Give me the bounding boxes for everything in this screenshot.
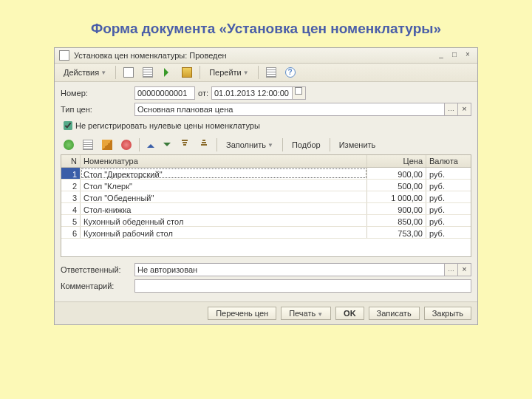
responsible-picker-icon[interactable]: … <box>445 263 458 276</box>
change-button[interactable]: Изменить <box>335 139 381 151</box>
table-row[interactable]: 6Кухонный рабочий стол753,00руб. <box>61 227 471 239</box>
page-title: Форма документа «Установка цен номенклат… <box>0 0 532 47</box>
cell-cur: руб. <box>426 227 471 238</box>
move-down-icon[interactable] <box>160 139 174 151</box>
window-title: Установка цен номенклатуры: Проведен <box>74 51 227 60</box>
form-body: Номер: 00000000001 от: 01.01.2013 12:00:… <box>55 82 477 301</box>
cell-n: 3 <box>61 191 81 202</box>
price-type-clear-icon[interactable]: × <box>458 103 471 116</box>
col-price-header[interactable]: Цена <box>367 155 426 167</box>
print-button[interactable]: Печать▼ <box>281 307 331 320</box>
table-empty-space <box>61 239 471 256</box>
col-n-header[interactable]: N <box>61 155 81 167</box>
cell-name: Кухонный рабочий стол <box>81 227 367 238</box>
from-label: от: <box>198 89 208 98</box>
move-up-icon[interactable] <box>144 139 157 151</box>
cell-name: Стол-книжка <box>81 203 367 214</box>
comment-input[interactable] <box>134 279 471 293</box>
maximize-button[interactable]: □ <box>449 51 460 60</box>
cell-name: Стол "Обеденный" <box>81 191 367 202</box>
number-label: Номер: <box>61 89 134 98</box>
cell-price: 753,00 <box>367 227 426 238</box>
cell-name: Стол "Директорский" <box>81 168 367 179</box>
document-window: Установка цен номенклатуры: Проведен _ □… <box>54 47 478 325</box>
close-button[interactable]: Закрыть <box>424 307 471 320</box>
no-zero-checkbox[interactable] <box>64 121 72 130</box>
select-button[interactable]: Подбор <box>287 139 325 151</box>
cell-cur: руб. <box>426 215 471 226</box>
save-button[interactable]: Записать <box>369 307 420 320</box>
cell-n: 1 <box>61 168 81 179</box>
toolbar-book-icon[interactable] <box>179 66 195 79</box>
toolbar-help-icon[interactable]: ? <box>282 66 299 79</box>
sort-desc-icon[interactable] <box>196 138 212 151</box>
main-toolbar: Действия▼ Перейти▼ ? <box>55 64 477 82</box>
add-row-icon[interactable] <box>61 138 77 151</box>
cell-n: 6 <box>61 227 81 238</box>
col-name-header[interactable]: Номенклатура <box>81 155 367 167</box>
edit-row-icon[interactable] <box>99 138 115 151</box>
responsible-label: Ответственный: <box>61 265 134 274</box>
responsible-input[interactable]: Не авторизован <box>134 263 445 276</box>
ok-button[interactable]: OK <box>335 307 364 320</box>
col-cur-header[interactable]: Валюта <box>426 155 471 167</box>
table-row[interactable]: 5Кухонный обеденный стол850,00руб. <box>61 215 471 227</box>
delete-row-icon[interactable] <box>118 138 134 151</box>
document-icon <box>59 50 69 61</box>
cell-price: 900,00 <box>367 203 426 214</box>
no-zero-label: Не регистрировать нулевые цены номенклат… <box>75 121 260 130</box>
table-header: N Номенклатура Цена Валюта <box>61 155 471 168</box>
toolbar-report-icon[interactable] <box>263 66 279 79</box>
actions-menu[interactable]: Действия▼ <box>59 66 111 78</box>
cell-cur: руб. <box>426 203 471 214</box>
sort-asc-icon[interactable] <box>177 138 193 151</box>
cell-name: Стол "Клерк" <box>81 180 367 191</box>
toolbar-new-icon[interactable] <box>120 66 137 79</box>
date-input[interactable]: 01.01.2013 12:00:00 <box>211 86 293 100</box>
cell-cur: руб. <box>426 168 471 179</box>
cell-price: 850,00 <box>367 215 426 226</box>
copy-row-icon[interactable] <box>80 138 96 151</box>
price-type-input[interactable]: Основная плановая цена <box>134 103 445 116</box>
cell-n: 5 <box>61 215 81 226</box>
titlebar: Установка цен номенклатуры: Проведен _ □… <box>55 48 477 64</box>
cell-cur: руб. <box>426 180 471 191</box>
cell-n: 2 <box>61 180 81 191</box>
table-row[interactable]: 3Стол "Обеденный"1 000,00руб. <box>61 191 471 203</box>
cell-price: 900,00 <box>367 168 426 179</box>
cell-price: 1 000,00 <box>367 191 426 202</box>
minimize-button[interactable]: _ <box>436 51 446 60</box>
cell-n: 4 <box>61 203 81 214</box>
number-input[interactable]: 00000000001 <box>134 86 195 100</box>
table-toolbar: Заполнить▼ Подбор Изменить <box>61 135 471 154</box>
items-table: N Номенклатура Цена Валюта 1Стол "Директ… <box>61 154 471 257</box>
price-type-label: Тип цен: <box>61 105 134 114</box>
footer-buttons: Перечень цен Печать▼ OK Записать Закрыть <box>55 301 477 324</box>
comment-label: Комментарий: <box>61 282 134 290</box>
price-list-button[interactable]: Перечень цен <box>208 307 276 320</box>
price-type-picker-icon[interactable]: … <box>445 103 458 116</box>
table-row[interactable]: 1Стол "Директорский"900,00руб. <box>61 168 471 180</box>
table-row[interactable]: 4Стол-книжка900,00руб. <box>61 203 471 215</box>
toolbar-post-icon[interactable] <box>159 66 176 78</box>
fill-menu[interactable]: Заполнить▼ <box>222 139 278 151</box>
date-picker-icon[interactable] <box>293 86 306 100</box>
cell-price: 500,00 <box>367 180 426 191</box>
goto-menu[interactable]: Перейти▼ <box>205 66 253 78</box>
table-row[interactable]: 2Стол "Клерк"500,00руб. <box>61 180 471 191</box>
cell-name: Кухонный обеденный стол <box>81 215 367 226</box>
responsible-clear-icon[interactable]: × <box>458 263 471 276</box>
toolbar-list-icon[interactable] <box>140 66 156 79</box>
close-window-button[interactable]: × <box>463 51 473 60</box>
cell-cur: руб. <box>426 191 471 202</box>
